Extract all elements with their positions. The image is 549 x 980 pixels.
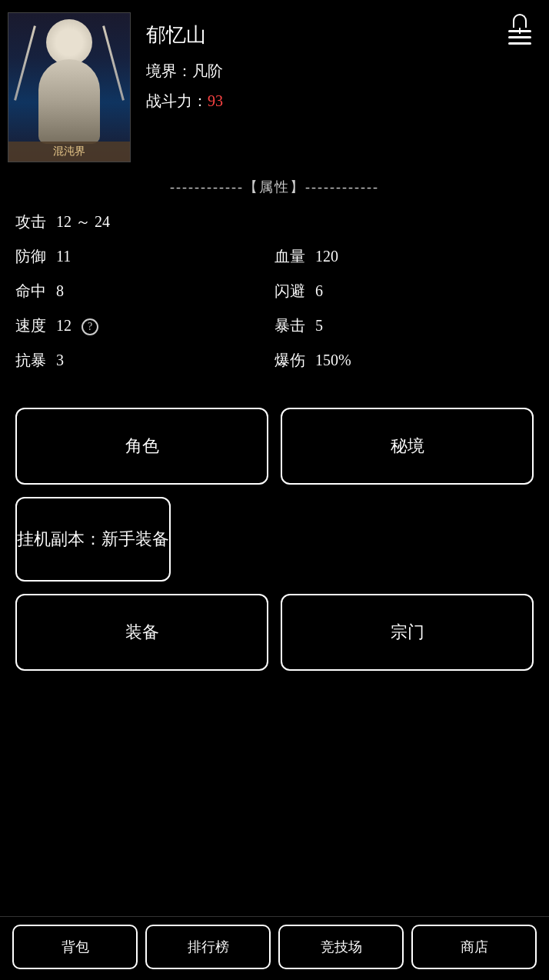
menu-bar-icon-2 [508,36,531,38]
realm-label: 境界： [146,62,192,79]
afk-button[interactable]: 挂机副本：新手装备 [15,497,171,582]
sect-button[interactable]: 宗门 [281,594,534,671]
buttons-section: 角色 秘境 挂机副本：新手装备 装备 宗门 [0,400,549,691]
attack-label: 攻击 [15,213,46,230]
character-power: 战斗力：93 [146,91,521,112]
defense-hp-row: 防御 11 血量 120 [15,246,534,267]
accuracy-label: 命中 [15,282,46,299]
bottom-nav: 背包 排行榜 竞技场 商店 [0,916,549,980]
resist-label: 抗暴 [15,352,46,368]
menu-button[interactable] [503,12,537,46]
character-realm: 境界：凡阶 [146,61,521,82]
resist-stat: 抗暴 3 [15,350,274,371]
dodge-value: 6 [315,282,323,299]
crit-value: 5 [315,317,323,334]
speed-stat: 速度 12 ? [15,315,274,336]
accuracy-dodge-row: 命中 8 闪避 6 [15,281,534,302]
hp-stat: 血量 120 [274,246,534,267]
bottom-spacer [0,691,549,760]
accuracy-value: 8 [56,282,64,299]
dodge-label: 闪避 [274,282,305,299]
critdmg-value: 150% [315,352,351,368]
ranking-button[interactable]: 排行榜 [145,925,271,969]
accuracy-stat: 命中 8 [15,281,274,302]
equip-button[interactable]: 装备 [15,594,268,671]
role-secret-row: 角色 秘境 [15,408,534,485]
secret-button[interactable]: 秘境 [281,408,534,485]
afk-row: 挂机副本：新手装备 [15,497,534,582]
critdmg-stat: 爆伤 150% [274,350,534,371]
attack-stat: 攻击 12 ～ 24 [15,212,110,232]
avatar-hair [8,13,130,113]
equip-sect-row: 装备 宗门 [15,594,534,671]
dodge-stat: 闪避 6 [274,281,534,302]
resist-value: 3 [56,352,64,368]
avatar-box[interactable]: 混沌界 [8,12,131,162]
role-button[interactable]: 角色 [15,408,268,485]
realm-value: 凡阶 [192,62,223,79]
resist-critdmg-row: 抗暴 3 爆伤 150% [15,350,534,371]
power-label: 战斗力： [146,92,208,109]
defense-label: 防御 [15,248,46,265]
arena-button[interactable]: 竞技场 [278,925,404,969]
speed-crit-row: 速度 12 ? 暴击 5 [15,315,534,336]
menu-bar-icon-3 [508,42,531,45]
attack-row: 攻击 12 ～ 24 [15,212,534,232]
hp-label: 血量 [274,248,305,265]
defense-value: 11 [56,248,71,265]
defense-stat: 防御 11 [15,246,274,267]
avatar-label: 混沌界 [8,142,130,162]
backpack-button[interactable]: 背包 [12,925,138,969]
shop-button[interactable]: 商店 [411,925,537,969]
attributes-title: ------------【属性】------------ [15,178,534,196]
header-section: 混沌界 郁忆山 境界：凡阶 战斗力：93 [0,0,549,170]
speed-help-icon[interactable]: ? [82,318,98,335]
header-info: 郁忆山 境界：凡阶 战斗力：93 [131,12,537,121]
attributes-section: ------------【属性】------------ 攻击 12 ～ 24 … [0,170,549,400]
attack-value: 12 ～ 24 [56,213,110,230]
crit-stat: 暴击 5 [274,315,534,336]
critdmg-label: 爆伤 [274,352,305,368]
speed-value: 12 [56,317,72,334]
crit-label: 暴击 [274,317,305,334]
speed-label: 速度 [15,317,46,334]
menu-handle-icon [513,14,527,28]
character-name: 郁忆山 [146,22,521,48]
hp-value: 120 [315,248,338,265]
avatar-image [8,13,130,162]
power-value: 93 [208,92,223,109]
